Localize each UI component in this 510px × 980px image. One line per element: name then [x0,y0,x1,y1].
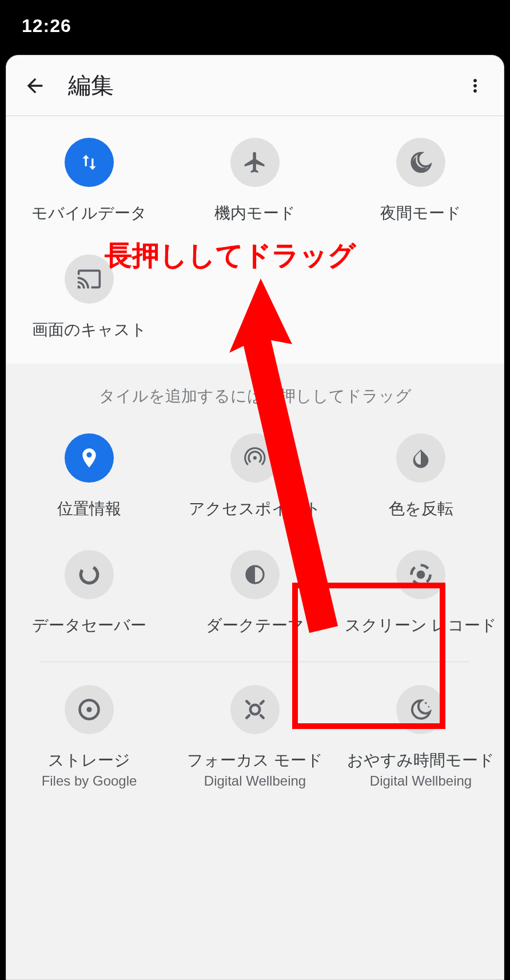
airplane-icon [242,150,268,175]
tile-location[interactable]: 位置情報 [6,433,172,519]
tile-label: ストレージ [48,750,130,771]
storage-icon [77,697,102,722]
invert-colors-icon [409,447,432,469]
tile-sublabel: Digital Wellbeing [370,773,472,789]
status-time: 12:26 [22,15,71,37]
tile-label: 夜間モード [380,203,461,224]
annotation-highlight-box [292,583,445,729]
svg-marker-7 [229,278,338,633]
status-bar: 12:26 [0,0,510,51]
tile-circle [396,433,445,483]
back-button[interactable] [18,69,52,103]
tile-label: 機内モード [214,203,296,224]
tile-circle [65,550,114,599]
svg-point-2 [417,571,425,579]
data-saver-icon [77,562,102,587]
tile-airplane-mode[interactable]: 機内モード [172,138,338,224]
panel-header: 編集 [6,55,504,116]
annotation-text: 長押ししてドラッグ [105,237,356,274]
mobile-data-icon [78,151,101,174]
page-title: 編集 [68,70,114,101]
night-mode-icon [408,150,433,175]
tile-circle [65,685,114,734]
tile-circle [65,138,114,187]
annotation-arrow [229,278,372,633]
tile-circle [230,685,280,734]
cast-icon [77,266,102,292]
tile-circle [396,138,445,187]
svg-point-0 [78,563,101,586]
tile-label: 画面のキャスト [32,320,147,340]
svg-point-6 [250,704,260,714]
location-icon [78,447,101,469]
tile-night-mode[interactable]: 夜間モード [338,138,504,224]
overflow-menu-button[interactable] [458,69,492,103]
tile-circle [65,433,114,483]
arrow-back-icon [23,74,46,97]
focus-mode-icon [242,697,268,722]
tile-sublabel: Digital Wellbeing [204,773,306,789]
tile-label: 位置情報 [57,499,121,519]
tile-sublabel: Files by Google [42,773,137,789]
tile-storage[interactable]: ストレージ Files by Google [6,685,172,789]
svg-point-5 [86,707,91,712]
more-vert-icon [465,75,485,96]
tile-mobile-data[interactable]: モバイルデータ [6,138,172,224]
tile-label: モバイルデータ [31,203,147,224]
tile-label: フォーカス モード [187,750,323,771]
tile-label: データセーバー [32,615,146,636]
tile-data-saver[interactable]: データセーバー [6,550,172,636]
tile-circle [230,138,280,187]
tile-label: おやすみ時間モード [347,750,495,771]
qs-edit-panel: 編集 モバイルデータ 機内モード 夜間モード [6,55,504,980]
tile-label: 色を反転 [389,499,453,519]
